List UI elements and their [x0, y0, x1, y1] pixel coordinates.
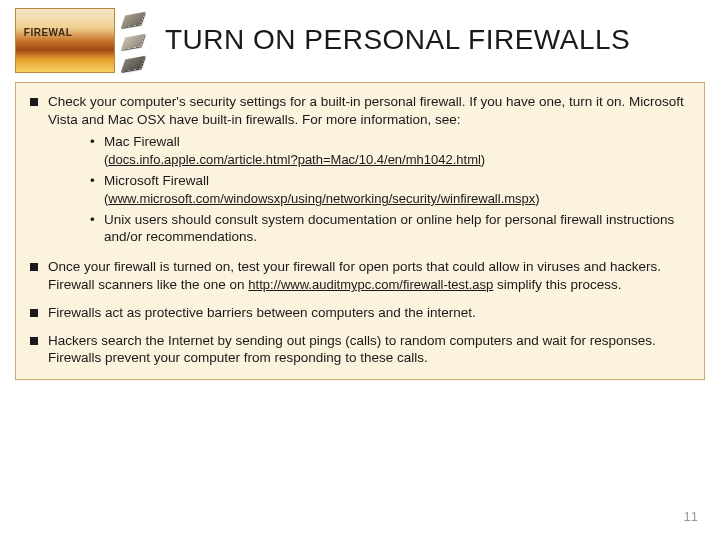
auditmypc-url[interactable]: http://www.auditmypc.com/firewall-test.a… — [248, 277, 493, 292]
slide-header: TURN ON PERSONAL FIREWALLS — [0, 0, 720, 78]
bullet-2: Once your firewall is turned on, test yo… — [30, 258, 690, 294]
header-imagery — [15, 8, 147, 73]
bullet-2-post: simplify this process. — [493, 277, 621, 292]
sub-item-mac: Mac Firewall (docs.info.apple.com/articl… — [90, 133, 690, 169]
square-bullet-icon — [30, 98, 38, 106]
server-cubes-icon — [117, 10, 147, 72]
bullet-4-text: Hackers search the Internet by sending o… — [48, 333, 656, 366]
content-box: Check your computer's security settings … — [15, 82, 705, 380]
page-number: 11 — [684, 509, 698, 524]
url-line-microsoft: (www.microsoft.com/windowsxp/using/netwo… — [104, 190, 690, 207]
square-bullet-icon — [30, 309, 38, 317]
bullet-4: Hackers search the Internet by sending o… — [30, 332, 690, 368]
slide-title: TURN ON PERSONAL FIREWALLS — [157, 24, 630, 56]
bullet-3-text: Firewalls act as protective barriers bet… — [48, 305, 476, 320]
sub-label: Microsoft Firewall — [104, 173, 209, 188]
sub-list: Mac Firewall (docs.info.apple.com/articl… — [48, 133, 690, 247]
bullet-3: Firewalls act as protective barriers bet… — [30, 304, 690, 322]
sub-item-microsoft: Microsoft Firewall (www.microsoft.com/wi… — [90, 172, 690, 208]
bullet-1: Check your computer's security settings … — [30, 93, 690, 248]
sub-label: Unix users should consult system documen… — [104, 212, 674, 245]
mac-url[interactable]: docs.info.apple.com/article.html?path=Ma… — [108, 152, 481, 167]
microsoft-url[interactable]: www.microsoft.com/windowsxp/using/networ… — [108, 191, 535, 206]
square-bullet-icon — [30, 263, 38, 271]
sub-item-unix: Unix users should consult system documen… — [90, 211, 690, 247]
sub-label: Mac Firewall — [104, 134, 180, 149]
firewall-icon — [15, 8, 115, 73]
square-bullet-icon — [30, 337, 38, 345]
bullet-1-text: Check your computer's security settings … — [48, 94, 684, 127]
url-line-mac: (docs.info.apple.com/article.html?path=M… — [104, 151, 690, 168]
